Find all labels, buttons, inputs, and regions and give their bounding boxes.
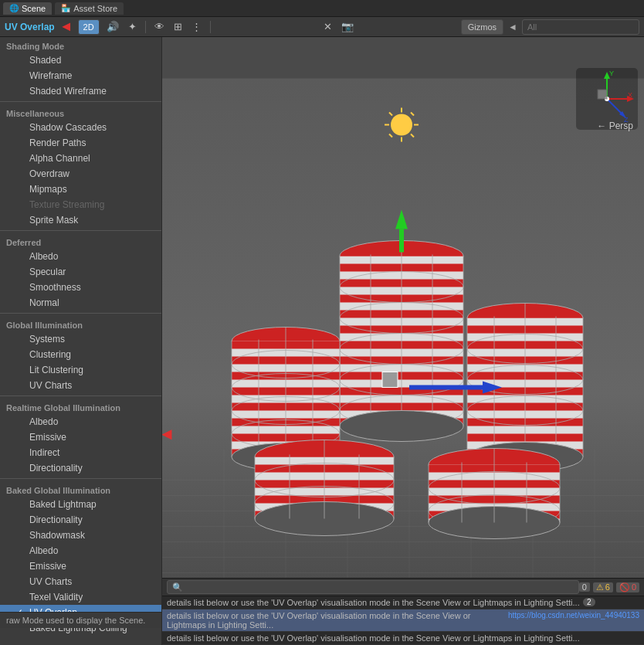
check-shaded xyxy=(15,55,26,66)
menu-item-deferred-smoothness[interactable]: Smoothness xyxy=(0,280,161,295)
grid-icon[interactable]: ⋮ xyxy=(189,21,204,32)
shading-mode-menu: Shading Mode Shaded Wireframe Shaded Wir… xyxy=(0,37,162,645)
log-entry-0: details list below or use the 'UV Overla… xyxy=(162,596,644,609)
visibility-icon[interactable]: 👁 xyxy=(152,21,167,32)
log-link[interactable]: https://blog.csdn.net/weixin_44940133 xyxy=(508,611,639,620)
divider-3 xyxy=(0,313,161,314)
toolbar-separator-1 xyxy=(145,21,146,33)
toolbar: UV Overlap ◄ 2D 🔊 ✦ 👁 ⊞ ⋮ ✕ 📷 Gizmos ◄ xyxy=(0,17,644,37)
effects-icon[interactable]: ✦ xyxy=(126,21,139,32)
scene-viewport[interactable]: Y X Z ← Persp ◄ 0 xyxy=(162,37,644,645)
menu-item-bgi-emissive[interactable]: Emissive xyxy=(0,558,161,574)
asset-store-tab-icon: 🏪 xyxy=(61,4,70,12)
svg-point-29 xyxy=(340,411,463,442)
menu-item-mipmaps[interactable]: Mipmaps xyxy=(0,182,161,197)
menu-item-gi-uv-charts[interactable]: UV Charts xyxy=(0,378,161,393)
menu-item-bgi-albedo[interactable]: Albedo xyxy=(0,543,161,558)
divider-2 xyxy=(0,230,161,231)
check-wireframe xyxy=(15,70,26,81)
divider-5 xyxy=(0,478,161,479)
toolbar-separator-2 xyxy=(210,21,211,33)
divider-1 xyxy=(0,101,161,102)
scene-tab-label: Scene xyxy=(22,4,46,13)
scene-3d xyxy=(162,37,644,645)
layers-icon[interactable]: ⊞ xyxy=(171,21,185,32)
tab-bar: 🌐 Scene 🏪 Asset Store xyxy=(0,0,644,17)
camera-icon[interactable]: 📷 xyxy=(339,21,356,32)
menu-tooltip: raw Mode used to display the Scene. xyxy=(0,612,162,628)
svg-text:X: X xyxy=(628,91,632,99)
menu-item-shaded-wireframe[interactable]: Shaded Wireframe xyxy=(0,83,161,99)
svg-rect-74 xyxy=(399,229,404,253)
gizmos-button[interactable]: Gizmos xyxy=(461,19,503,35)
status-badge-error: 🚫 0 xyxy=(616,582,639,592)
persp-label: ← Persp xyxy=(597,121,633,131)
svg-rect-98 xyxy=(598,90,607,99)
move-icon[interactable]: ✕ xyxy=(321,21,334,32)
menu-item-deferred-albedo[interactable]: Albedo xyxy=(0,249,161,264)
divider-4 xyxy=(0,395,161,396)
log-area: 0 ⚠ 6 🚫 0 details list below or use the … xyxy=(162,578,644,645)
menu-item-deferred-specular[interactable]: Specular xyxy=(0,264,161,280)
baked-gi-header: Baked Global Illumination xyxy=(0,481,161,497)
menu-item-rgi-indirect[interactable]: Indirect xyxy=(0,445,161,460)
menu-item-texture-streaming[interactable]: Texture Streaming xyxy=(0,197,161,212)
audio-icon[interactable]: 🔊 xyxy=(104,21,121,32)
asset-store-tab-label: Asset Store xyxy=(73,4,117,13)
log-entry-1: details list below or use the 'UV Overla… xyxy=(162,609,644,632)
menu-item-bgi-texel-validity[interactable]: Texel Validity xyxy=(0,589,161,605)
menu-item-bgi-baked-lightmap[interactable]: Baked Lightmap xyxy=(0,497,161,512)
menu-item-sprite-mask[interactable]: Sprite Mask xyxy=(0,212,161,228)
tooltip-spacer xyxy=(0,636,161,645)
menu-item-shaded[interactable]: Shaded xyxy=(0,53,161,68)
menu-item-overdraw[interactable]: Overdraw xyxy=(0,166,161,182)
status-badge-warning: ⚠ 6 xyxy=(593,582,613,592)
log-entry-2: details list below or use the 'UV Overla… xyxy=(162,632,644,645)
menu-item-bgi-uv-charts[interactable]: UV Charts xyxy=(0,574,161,589)
check-shaded-wireframe xyxy=(15,86,26,97)
scene-label: UV Overlap xyxy=(5,22,55,32)
mode-2d-button[interactable]: 2D xyxy=(78,19,100,35)
realtime-gi-header: Realtime Global Illumination xyxy=(0,399,161,414)
svg-text:Y: Y xyxy=(609,70,614,77)
menu-item-wireframe[interactable]: Wireframe xyxy=(0,68,161,83)
all-label: ◄ xyxy=(508,22,517,32)
scene-tab-icon: 🌐 xyxy=(9,4,19,12)
log-search-bar: 0 ⚠ 6 🚫 0 xyxy=(162,579,644,596)
menu-item-gi-clustering[interactable]: Clustering xyxy=(0,347,161,362)
miscellaneous-header: Miscellaneous xyxy=(0,104,161,120)
menu-item-bgi-shadowmask[interactable]: Shadowmask xyxy=(0,528,161,543)
log-badge-0: 2 xyxy=(583,598,595,606)
menu-item-bgi-directionality[interactable]: Directionality xyxy=(0,512,161,528)
tab-asset-store[interactable]: 🏪 Asset Store xyxy=(55,2,124,15)
back-arrow-icon[interactable]: ◄ xyxy=(59,19,73,35)
status-badge-0: 0 xyxy=(579,582,590,592)
menu-item-gi-systems[interactable]: Systems xyxy=(0,331,161,347)
tab-scene[interactable]: 🌐 Scene xyxy=(3,2,52,15)
svg-rect-76 xyxy=(409,385,483,390)
svg-rect-77 xyxy=(382,372,398,388)
menu-item-gi-lit-clustering[interactable]: Lit Clustering xyxy=(0,362,161,378)
menu-item-rgi-emissive[interactable]: Emissive xyxy=(0,429,161,445)
main-layout: Shading Mode Shaded Wireframe Shaded Wir… xyxy=(0,37,644,645)
log-search-input[interactable] xyxy=(167,580,579,594)
deferred-header: Deferred xyxy=(0,233,161,249)
menu-item-rgi-albedo[interactable]: Albedo xyxy=(0,414,161,429)
menu-item-deferred-normal[interactable]: Normal xyxy=(0,295,161,311)
status-badges: 0 ⚠ 6 🚫 0 xyxy=(579,582,639,592)
all-input[interactable] xyxy=(522,19,639,35)
svg-point-78 xyxy=(391,114,412,136)
global-illum-header: Global Illumination xyxy=(0,316,161,331)
menu-item-alpha-channel[interactable]: Alpha Channel xyxy=(0,151,161,166)
menu-item-shadow-cascades[interactable]: Shadow Cascades xyxy=(0,120,161,135)
menu-item-render-paths[interactable]: Render Paths xyxy=(0,135,161,151)
shading-mode-header: Shading Mode xyxy=(0,37,161,53)
menu-item-rgi-directionality[interactable]: Directionality xyxy=(0,460,161,476)
